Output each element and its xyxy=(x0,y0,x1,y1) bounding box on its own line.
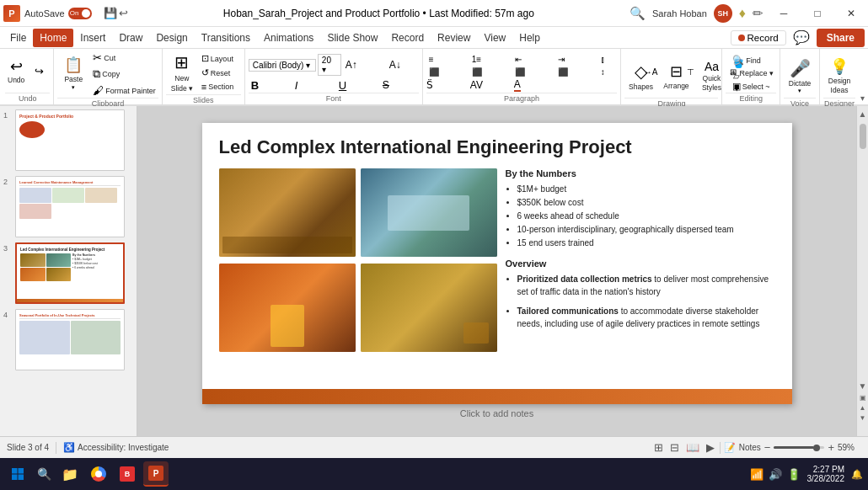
scroll-thumb[interactable] xyxy=(860,124,866,149)
menu-animations[interactable]: Animations xyxy=(257,29,320,47)
strikethrough-button[interactable]: S xyxy=(380,78,422,92)
increase-font-button[interactable]: A↑ xyxy=(343,58,385,72)
comment-icon[interactable]: 💬 xyxy=(790,29,813,45)
layout-button[interactable]: ⊡ Layout xyxy=(199,52,241,65)
align-left-button[interactable]: ⬛ xyxy=(426,67,469,77)
menu-insert[interactable]: Insert xyxy=(73,29,112,47)
menu-transitions[interactable]: Transitions xyxy=(195,29,257,47)
ribbon-expand-button[interactable]: ▾ xyxy=(859,49,866,104)
find-button[interactable]: 🔍 Find xyxy=(730,54,772,67)
increase-indent-button[interactable]: ⇥ xyxy=(555,54,597,65)
menu-design[interactable]: Design xyxy=(149,29,194,47)
scroll-next-button[interactable]: ▼ xyxy=(860,414,866,422)
taskbar-powerpoint-button[interactable]: P xyxy=(143,461,169,487)
bullets-button[interactable]: ≡ xyxy=(426,54,469,65)
new-slide-button[interactable]: ⊞ New Slide ▾ xyxy=(166,51,198,94)
arrange-button[interactable]: ⊟ Arrange xyxy=(660,54,692,98)
menu-help[interactable]: Help xyxy=(512,29,547,47)
shapes-button[interactable]: ◇ Shapes xyxy=(624,54,656,98)
windows-start-button[interactable] xyxy=(5,461,30,487)
bold-button[interactable]: B xyxy=(249,78,291,93)
design-ideas-button[interactable]: 💡 Design Ideas xyxy=(823,54,855,98)
taskbar-volume-icon[interactable]: 🔊 xyxy=(769,468,782,481)
section-button[interactable]: ≡ Section xyxy=(199,81,241,93)
cut-button[interactable]: ✂ Cut xyxy=(90,51,158,65)
taskbar-app-icon[interactable]: B xyxy=(115,461,140,487)
taskbar-network-icon[interactable]: 📶 xyxy=(750,468,764,481)
autosave-toggle[interactable]: On xyxy=(68,8,92,19)
save-icon[interactable]: 💾 xyxy=(104,7,117,19)
svg-rect-1 xyxy=(19,468,24,474)
slide-2-preview: Learned Corrective Maintenance Managemen… xyxy=(15,176,125,237)
select-button[interactable]: ▣ Select ~ xyxy=(730,80,773,93)
close-button[interactable]: ✕ xyxy=(838,0,865,27)
rewards-icon[interactable]: ♦ xyxy=(739,6,746,21)
paragraph-group: ≡ 1≡ ⇤ ⇥ ⫿ ⬛ ⬛ ⬛ ⬛ ↕ ↔A ⊤ ⊞ Paragraph xyxy=(423,49,622,104)
zoom-slider[interactable] xyxy=(774,446,824,449)
record-button[interactable]: Record xyxy=(731,30,786,45)
numbering-button[interactable]: 1≡ xyxy=(469,54,512,65)
font-family-select[interactable]: Calibri (Body) ▾ xyxy=(249,59,316,72)
taskbar-right: 📶 🔊 🔋 2:27 PM 3/28/2022 🔔 xyxy=(750,465,864,483)
reset-button[interactable]: ↺ Reset xyxy=(199,67,241,79)
taskbar-battery-icon[interactable]: 🔋 xyxy=(787,468,801,481)
copy-button[interactable]: ⧉ Copy xyxy=(90,67,158,82)
menu-view[interactable]: View xyxy=(477,29,512,47)
menu-review[interactable]: Review xyxy=(431,29,477,47)
format-painter-icon: 🖌 xyxy=(93,84,104,97)
normal-view-icon[interactable]: ⊞ xyxy=(652,439,665,455)
menu-record[interactable]: Record xyxy=(384,29,431,47)
decrease-indent-button[interactable]: ⇤ xyxy=(512,54,555,65)
slide-thumbnail-2[interactable]: 2 Learned Corrective Maintenance Managem… xyxy=(3,176,133,237)
taskbar-explorer-button[interactable]: 📁 xyxy=(57,461,83,487)
slideshow-view-icon[interactable]: ▶ xyxy=(705,439,716,455)
format-painter-button[interactable]: 🖌 Format Painter xyxy=(90,83,158,98)
search-icon[interactable]: 🔍 xyxy=(630,6,646,21)
notes-placeholder[interactable]: Click to add notes xyxy=(460,408,533,418)
taskbar-search-button[interactable]: 🔍 xyxy=(34,461,54,487)
align-center-button[interactable]: ⬛ xyxy=(469,67,512,77)
fit-slide-button[interactable]: ▣ xyxy=(860,394,866,402)
underline-button[interactable]: U xyxy=(336,78,378,93)
dictate-button[interactable]: 🎤 Dictate ▾ xyxy=(784,54,816,98)
zoom-minus[interactable]: − xyxy=(764,441,771,454)
taskbar-notification-button[interactable]: 🔔 xyxy=(851,469,863,480)
slide-sorter-icon[interactable]: ⊟ xyxy=(668,439,681,455)
slide-thumbnail-4[interactable]: 4 Seasonal Portfolio of In-Use Technical… xyxy=(3,309,133,370)
taskbar-clock[interactable]: 2:27 PM 3/28/2022 xyxy=(807,465,845,483)
minimize-button[interactable]: ─ xyxy=(770,0,797,27)
notes-area[interactable]: Click to add notes xyxy=(202,407,792,419)
taskbar-chrome-button[interactable] xyxy=(86,461,111,487)
font-size-select[interactable]: 20 ▾ xyxy=(318,54,341,76)
photo-2 xyxy=(361,168,497,257)
restore-button[interactable]: □ xyxy=(804,0,831,27)
share-button[interactable]: Share xyxy=(817,29,865,47)
menu-slideshow[interactable]: Slide Show xyxy=(320,29,384,47)
undo-quick-icon[interactable]: ↩ xyxy=(119,7,128,19)
numbers-item-2: $350K below cost xyxy=(517,196,775,210)
scroll-down-arrow[interactable]: ▼ xyxy=(857,380,868,392)
align-right-button[interactable]: ⬛ xyxy=(512,67,555,77)
justify-button[interactable]: ⬛ xyxy=(555,67,597,77)
editor-area: Led Complex International Engineering Pr… xyxy=(137,106,856,436)
redo-button[interactable]: ↪ xyxy=(28,64,50,79)
slide-canvas[interactable]: Led Complex International Engineering Pr… xyxy=(202,123,792,404)
menu-home[interactable]: Home xyxy=(33,29,73,47)
notes-button[interactable]: 📝 Notes xyxy=(724,442,761,453)
menu-draw[interactable]: Draw xyxy=(112,29,149,47)
scroll-prev-button[interactable]: ▲ xyxy=(860,404,866,412)
slide-thumbnail-1[interactable]: 1 Project & Product Portfolio xyxy=(3,109,133,171)
menu-file[interactable]: File xyxy=(3,29,33,47)
pen-icon[interactable]: ✏ xyxy=(753,6,764,21)
reset-icon: ↺ xyxy=(201,67,209,78)
replace-icon: ↔ xyxy=(728,68,737,78)
italic-button[interactable]: I xyxy=(292,78,335,93)
reading-view-icon[interactable]: 📖 xyxy=(684,439,701,455)
slide-1-preview: Project & Product Portfolio xyxy=(15,109,125,171)
replace-button[interactable]: ↔ Replace ▾ xyxy=(726,67,776,79)
paste-button[interactable]: 📋 Paste ▾ xyxy=(57,52,89,96)
undo-button[interactable]: ↩ Undo xyxy=(5,57,27,87)
scroll-up-arrow[interactable]: ▲ xyxy=(857,108,868,120)
slide-thumbnail-3[interactable]: 3 Led Complex International Engineering … xyxy=(3,242,133,304)
zoom-plus[interactable]: + xyxy=(828,441,834,454)
